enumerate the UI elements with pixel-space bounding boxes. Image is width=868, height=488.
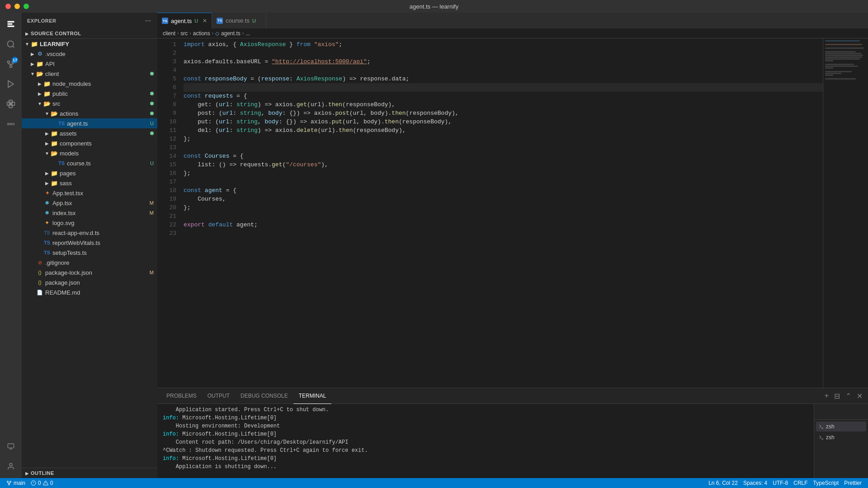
new-terminal-button[interactable]: + <box>823 391 830 401</box>
activity-source-control[interactable]: 17 <box>3 56 19 72</box>
tree-item-client[interactable]: ▼ 📂 client <box>22 69 157 79</box>
tree-item-app-test[interactable]: ✦ App.test.tsx <box>22 188 157 198</box>
terminal-instance-1[interactable]: zsh <box>816 422 866 432</box>
status-branch[interactable]: main <box>4 478 28 488</box>
split-terminal-button[interactable]: ⊟ <box>832 391 842 401</box>
tree-item-public[interactable]: ▶ 📁 public <box>22 89 157 99</box>
tree-item-setup-tests[interactable]: TS setupTests.ts <box>22 248 157 258</box>
svg-point-20 <box>9 484 10 485</box>
editor-panel-container: TS agent.ts U ✕ TS course.ts U client › … <box>157 13 868 478</box>
maximize-panel-button[interactable]: ⌃ <box>844 391 853 401</box>
code-line-20: }; <box>184 203 823 212</box>
terminal-content[interactable]: Application started. Press Ctrl+C to shu… <box>157 404 814 478</box>
client-modified-badge <box>150 72 154 75</box>
breadcrumb-sep3: › <box>212 31 213 36</box>
tree-item-package-lock[interactable]: {} package-lock.json M <box>22 267 157 277</box>
activity-search[interactable] <box>3 36 19 52</box>
breadcrumb-agent-ts[interactable]: agent.ts <box>221 30 241 37</box>
close-panel-button[interactable]: ✕ <box>855 391 864 401</box>
breadcrumb-sep4: › <box>242 31 244 36</box>
package-lock-badge: M <box>150 270 154 275</box>
tree-item-assets[interactable]: ▶ 📁 assets <box>22 128 157 138</box>
status-language[interactable]: TypeScript <box>811 480 842 486</box>
panel-actions: + ⊟ ⌃ ✕ <box>823 391 864 401</box>
status-bar: main 0 0 Ln 6, Col 22 Spaces: 4 UTF-8 CR… <box>0 478 868 488</box>
gitignore-icon: ⊘ <box>36 259 43 266</box>
tree-item-readme[interactable]: 📄 README.md <box>22 287 157 297</box>
breadcrumb: client › src › actions › ◇ agent.ts › ..… <box>157 28 868 38</box>
report-web-icon: TS <box>43 239 51 246</box>
activity-account[interactable] <box>3 458 19 474</box>
activity-remote[interactable] <box>3 438 19 455</box>
maximize-button[interactable] <box>24 4 29 9</box>
tree-item-models[interactable]: ▼ 📂 models <box>22 148 157 158</box>
terminal-line-2: info: Microsoft.Hosting.Lifetime[0] <box>163 414 808 422</box>
panel-tab-debug-console[interactable]: DEBUG CONSOLE <box>235 388 293 404</box>
status-encoding[interactable]: UTF-8 <box>770 480 791 486</box>
status-cursor[interactable]: Ln 6, Col 22 <box>706 480 741 486</box>
breadcrumb-src[interactable]: src <box>180 30 188 37</box>
activity-aws[interactable]: aws <box>3 116 19 132</box>
breadcrumb-client[interactable]: client <box>163 30 175 37</box>
assets-folder-icon: 📁 <box>51 130 58 137</box>
tree-item-agent-ts[interactable]: TS agent.ts U <box>22 118 157 128</box>
models-label: models <box>60 150 154 157</box>
actions-folder-icon: 📂 <box>51 110 58 117</box>
tree-item-package-json[interactable]: {} package.json <box>22 277 157 287</box>
panel-tab-output[interactable]: OUTPUT <box>202 388 235 404</box>
folder-icon: 📁 <box>31 40 38 47</box>
tree-item-actions[interactable]: ▼ 📂 actions <box>22 108 157 118</box>
breadcrumb-file-icon: ◇ <box>215 30 219 37</box>
tab-bar: TS agent.ts U ✕ TS course.ts U <box>157 13 868 28</box>
tree-item-index-tsx[interactable]: ⚛ index.tsx M <box>22 208 157 218</box>
breadcrumb-actions[interactable]: actions <box>193 30 210 37</box>
status-indentation[interactable]: Spaces: 4 <box>741 480 770 486</box>
tab-agent-ts[interactable]: TS agent.ts U ✕ <box>157 13 212 28</box>
public-folder-icon: 📁 <box>43 90 51 97</box>
code-line-17 <box>184 178 823 186</box>
source-control-header[interactable]: ▶ SOURCE CONTROL <box>22 28 157 38</box>
tree-item-node-modules[interactable]: ▶ 📁 node_modules <box>22 79 157 89</box>
status-line-ending[interactable]: CRLF <box>791 480 810 486</box>
app-tsx-label: App.tsx <box>52 200 148 206</box>
outline-header[interactable]: ▶ OUTLINE <box>22 468 157 478</box>
tree-item-api[interactable]: ▶ 📁 API <box>22 59 157 69</box>
tree-item-app-tsx[interactable]: ⚛ App.tsx M <box>22 198 157 208</box>
activity-explorer[interactable] <box>3 16 19 33</box>
terminal-line-1: Application started. Press Ctrl+C to shu… <box>163 406 808 414</box>
window-controls[interactable] <box>5 4 29 9</box>
status-formatter[interactable]: Prettier <box>841 480 864 486</box>
code-line-11: del: (url: string) => axios.delete(url).… <box>184 126 823 135</box>
tree-item-report-web[interactable]: TS reportWebVitals.ts <box>22 238 157 248</box>
outline-chevron: ▶ <box>25 471 29 476</box>
code-content[interactable]: import axios, { AxiosResponse } from "ax… <box>180 38 823 388</box>
panel-tab-terminal[interactable]: TERMINAL <box>293 388 332 404</box>
tree-item-pages[interactable]: ▶ 📁 pages <box>22 168 157 178</box>
tab-course-ts[interactable]: TS course.ts U <box>212 13 266 28</box>
terminal-instance-2[interactable]: zsh <box>816 432 866 442</box>
tree-item-src[interactable]: ▼ 📂 src <box>22 99 157 108</box>
sass-label: sass <box>60 180 154 187</box>
close-button[interactable] <box>5 4 11 9</box>
agent-ts-tab-close[interactable]: ✕ <box>203 18 207 24</box>
status-errors[interactable]: 0 0 <box>28 478 56 488</box>
more-actions-button[interactable]: ··· <box>144 16 152 26</box>
terminal-line-7: info: Microsoft.Hosting.Lifetime[0] <box>163 455 808 463</box>
activity-extensions[interactable] <box>3 96 19 112</box>
tree-item-components[interactable]: ▶ 📁 components <box>22 138 157 148</box>
setup-tests-label: setupTests.ts <box>52 249 154 256</box>
code-line-16: }; <box>184 169 823 178</box>
tree-item-course-ts[interactable]: TS course.ts U <box>22 158 157 168</box>
tree-item-react-env[interactable]: TS react-app-env.d.ts <box>22 228 157 238</box>
tree-root-folder[interactable]: ▼ 📁 LEARNIFY <box>22 39 157 49</box>
activity-run-debug[interactable] <box>3 76 19 92</box>
logo-svg-label: logo.svg <box>52 220 154 226</box>
panel-tab-problems[interactable]: PROBLEMS <box>161 388 202 404</box>
minimize-button[interactable] <box>14 4 20 9</box>
tree-item-sass[interactable]: ▶ 📁 sass <box>22 178 157 188</box>
tree-item-gitignore[interactable]: ⊘ .gitignore <box>22 258 157 267</box>
node-modules-chevron: ▶ <box>36 80 43 87</box>
svg-point-5 <box>10 66 12 68</box>
tree-item-logo-svg[interactable]: ✦ logo.svg <box>22 218 157 228</box>
tree-item-vscode[interactable]: ▶ ⚙ .vscode <box>22 49 157 59</box>
